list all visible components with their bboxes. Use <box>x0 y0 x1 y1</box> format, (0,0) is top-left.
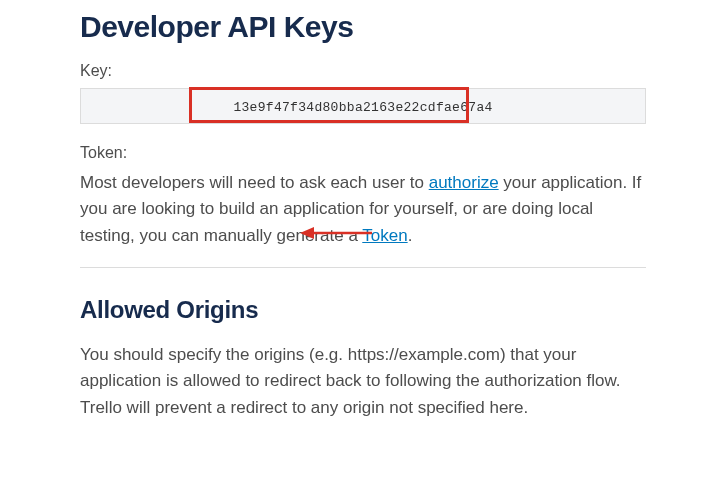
allowed-origins-description: You should specify the origins (e.g. htt… <box>80 342 646 421</box>
desc-text-3: . <box>408 226 413 245</box>
key-label: Key: <box>80 62 646 80</box>
token-description: Most developers will need to ask each us… <box>80 170 646 249</box>
api-key-value[interactable]: 13e9f47f34d80bba2163e22cdfae67a4 <box>233 100 492 115</box>
desc-text-1: Most developers will need to ask each us… <box>80 173 429 192</box>
section-divider <box>80 267 646 268</box>
authorize-link[interactable]: authorize <box>429 173 499 192</box>
token-link[interactable]: Token <box>362 226 407 245</box>
page-title: Developer API Keys <box>80 10 646 44</box>
allowed-origins-heading: Allowed Origins <box>80 296 646 324</box>
token-label: Token: <box>80 144 646 162</box>
api-key-box: 13e9f47f34d80bba2163e22cdfae67a4 <box>80 88 646 124</box>
